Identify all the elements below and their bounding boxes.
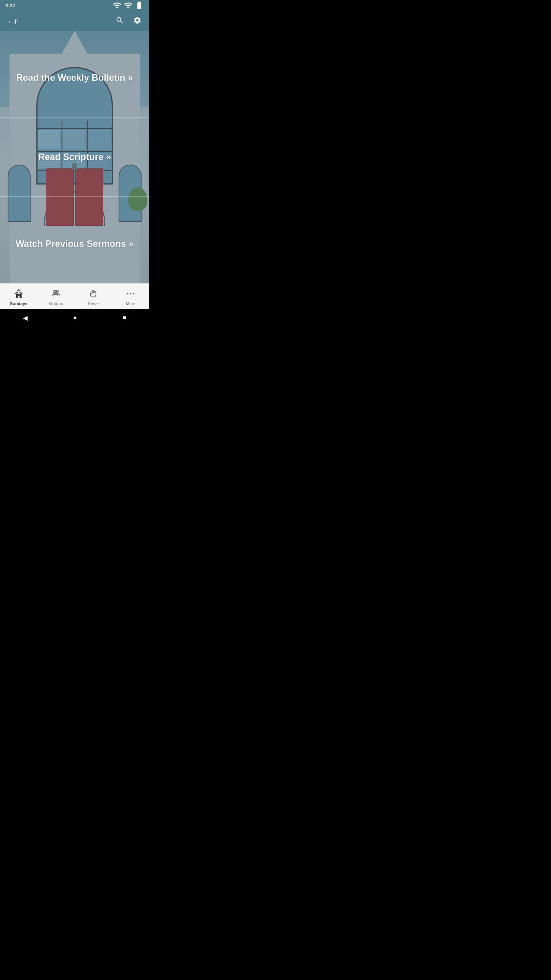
groups-label: Groups [49, 301, 63, 306]
status-icons [112, 1, 144, 10]
scripture-block[interactable]: Read Scripture » [0, 118, 149, 197]
content-sections: Read the Weekly Bulletin » Read Scriptur… [0, 31, 149, 283]
home-button[interactable]: ● [73, 314, 77, 321]
hand-icon [88, 289, 98, 299]
logo-icon: ←P [6, 15, 18, 26]
tab-sundays[interactable]: Sundays [0, 289, 37, 306]
bulletin-text: Read the Weekly Bulletin » [9, 72, 141, 83]
bottom-nav: Sundays Groups [0, 283, 149, 309]
svg-point-14 [130, 293, 131, 294]
serve-icon-wrap [88, 289, 98, 300]
svg-text:←P: ←P [7, 17, 18, 26]
more-icon-wrap [126, 289, 135, 300]
tab-groups[interactable]: Groups [37, 289, 75, 306]
app-logo: ←P [6, 15, 18, 26]
settings-button[interactable] [132, 15, 143, 27]
more-label: More [126, 301, 135, 306]
church-icon [14, 289, 24, 300]
nav-bar: ←P [0, 11, 149, 31]
groups-icon-wrap [51, 289, 61, 300]
nav-actions [114, 15, 143, 27]
time: 2:27 [5, 3, 15, 8]
back-button[interactable]: ◀ [23, 314, 28, 322]
search-button[interactable] [114, 15, 126, 27]
dots-icon [126, 289, 135, 299]
tab-more[interactable]: More [112, 289, 150, 306]
status-bar: 2:27 [0, 0, 149, 11]
wifi-icon [112, 1, 122, 10]
android-nav: ◀ ● ■ [0, 309, 149, 326]
tab-serve[interactable]: Serve [75, 289, 112, 306]
recent-button[interactable]: ■ [123, 314, 127, 321]
sundays-label: Sundays [10, 301, 28, 306]
bulletin-block[interactable]: Read the Weekly Bulletin » [0, 31, 149, 118]
scripture-text: Read Scripture » [31, 151, 119, 163]
serve-label: Serve [88, 301, 99, 306]
signal-icon [124, 1, 133, 10]
search-icon [116, 16, 124, 24]
sermons-text: Watch Previous Sermons » [8, 238, 142, 250]
sermons-block[interactable]: Watch Previous Sermons » [0, 197, 149, 283]
svg-point-15 [133, 293, 134, 294]
svg-point-13 [127, 293, 129, 294]
main-content: Read the Weekly Bulletin » Read Scriptur… [0, 31, 149, 283]
sundays-icon [14, 289, 24, 299]
groups-icon [51, 289, 61, 299]
settings-icon [133, 16, 142, 24]
battery-icon [135, 1, 144, 10]
